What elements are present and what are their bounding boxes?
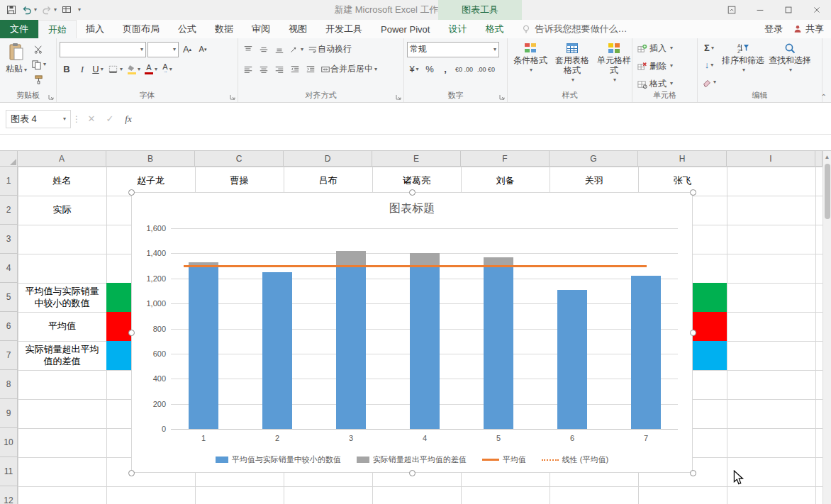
insert-cells-button[interactable]: 插入▾	[635, 40, 674, 56]
row-header-7[interactable]: 7	[0, 341, 18, 370]
chart[interactable]: 图表标题 平均值与实际销量中较小的数值实际销量超出平均值的差值平均值线性 (平均…	[131, 192, 693, 473]
minimize-button[interactable]	[746, 0, 774, 20]
legend-item[interactable]: 实际销量超出平均值的差值	[357, 454, 467, 465]
chart-legend[interactable]: 平均值与实际销量中较小的数值实际销量超出平均值的差值平均值线性 (平均值)	[132, 454, 692, 465]
scrollbar-thumb[interactable]	[825, 164, 830, 219]
row-header-8[interactable]: 8	[0, 370, 18, 399]
cell-styles-button[interactable]: 单元格样式▾	[594, 40, 634, 84]
cell-row1-H[interactable]: 张飞	[638, 167, 727, 196]
column-header-G[interactable]: G	[550, 151, 638, 167]
clear-button[interactable]: ▾	[701, 74, 718, 89]
row-header-6[interactable]: 6	[0, 312, 18, 341]
bar-series2[interactable]	[336, 251, 366, 266]
column-header-H[interactable]: H	[638, 151, 727, 167]
delete-cells-button[interactable]: 删除▾	[635, 58, 674, 74]
close-button[interactable]	[803, 0, 831, 20]
row-header-2[interactable]: 2	[0, 196, 18, 225]
cell-a5[interactable]: 平均值与实际销量中较小的数值	[18, 283, 106, 312]
name-box-splitter[interactable]: ⋮	[71, 114, 82, 124]
phonetic-guide-button[interactable]: Aˊˇ▾	[160, 62, 174, 77]
accounting-format-button[interactable]: ¥▾	[407, 62, 421, 77]
font-dialog-launcher[interactable]	[229, 94, 236, 101]
cell-row1-D[interactable]: 吕布	[284, 167, 372, 196]
cell-row1-F[interactable]: 刘备	[461, 167, 550, 196]
underline-button[interactable]: U▾	[91, 62, 105, 77]
align-middle-button[interactable]	[257, 42, 271, 57]
column-header-E[interactable]: E	[372, 151, 461, 167]
bar-series1[interactable]	[484, 266, 513, 429]
borders-button[interactable]: ▾	[106, 62, 124, 77]
bar-series1[interactable]	[189, 266, 218, 429]
sign-in-button[interactable]: 登录	[764, 23, 783, 35]
vertical-scrollbar[interactable]: ▲	[822, 151, 831, 504]
chart-selection-handle[interactable]	[128, 470, 135, 476]
customize-qat-button[interactable]: ▾	[77, 7, 81, 13]
increase-font-size-button[interactable]: A▴	[180, 42, 194, 57]
format-cells-button[interactable]: 格式▾	[635, 76, 674, 91]
format-painter-button[interactable]	[30, 72, 48, 87]
formula-input[interactable]	[142, 110, 825, 128]
row-header-1[interactable]: 1	[0, 167, 18, 196]
align-right-button[interactable]	[272, 62, 286, 77]
tab-insert[interactable]: 插入	[77, 20, 113, 38]
cell-a6[interactable]: 平均值	[18, 312, 106, 341]
merge-center-button[interactable]: 合并后居中▾	[319, 62, 379, 77]
comma-style-button[interactable]: ,	[438, 62, 452, 77]
tab-formulas[interactable]: 公式	[169, 20, 206, 38]
find-select-button[interactable]: 查找和选择▾	[767, 40, 813, 74]
alignment-dialog-launcher[interactable]	[395, 94, 402, 101]
chart-selection-handle[interactable]	[690, 330, 696, 336]
sort-filter-button[interactable]: AZ 排序和筛选▾	[720, 40, 766, 74]
conditional-formatting-button[interactable]: 条件格式▾	[511, 40, 550, 84]
number-dialog-launcher[interactable]	[498, 94, 506, 101]
chart-selection-handle[interactable]	[128, 189, 135, 196]
fill-button[interactable]: ↓▾	[701, 57, 718, 72]
ribbon-display-options-button[interactable]	[718, 0, 746, 20]
column-header-F[interactable]: F	[461, 151, 550, 167]
select-all-corner[interactable]	[0, 151, 18, 167]
row-header-3[interactable]: 3	[0, 225, 18, 254]
chart-title[interactable]: 图表标题	[132, 201, 692, 216]
fill-color-button[interactable]: ▾	[126, 62, 142, 77]
tab-design[interactable]: 设计	[439, 20, 476, 38]
cell-row1-C[interactable]: 曹操	[195, 167, 284, 196]
cancel-entry-button[interactable]: ✕	[82, 111, 101, 128]
font-name-select[interactable]: ▾	[60, 42, 146, 57]
undo-button[interactable]: ▾	[21, 4, 37, 16]
paste-button[interactable]: 粘贴▾	[3, 40, 30, 77]
bar-series1[interactable]	[262, 272, 292, 429]
chart-selection-handle[interactable]	[409, 470, 415, 476]
cell-a7[interactable]: 实际销量超出平均值的差值	[18, 341, 106, 370]
bold-button[interactable]: B	[60, 62, 74, 77]
chart-selection-handle[interactable]	[409, 189, 415, 196]
row-header-12[interactable]: 12	[0, 486, 18, 504]
share-button[interactable]: 共享	[793, 23, 824, 35]
legend-item[interactable]: 平均值	[482, 454, 526, 465]
copy-button[interactable]: ▾	[30, 57, 48, 72]
row-header-10[interactable]: 10	[0, 428, 18, 457]
column-header-C[interactable]: C	[195, 151, 284, 167]
increase-indent-button[interactable]	[303, 62, 318, 77]
tab-home[interactable]: 开始	[38, 20, 77, 38]
maximize-button[interactable]	[774, 0, 803, 20]
column-header-B[interactable]: B	[106, 151, 195, 167]
column-header-I[interactable]: I	[727, 151, 815, 167]
collapse-ribbon-button[interactable]: ⌃	[821, 93, 827, 101]
percent-style-button[interactable]: %	[423, 62, 437, 77]
orientation-button[interactable]: ▾	[288, 42, 305, 57]
bar-series1[interactable]	[557, 290, 587, 429]
decrease-indent-button[interactable]	[288, 62, 302, 77]
average-line-series[interactable]	[184, 265, 647, 267]
column-header-D[interactable]: D	[284, 151, 372, 167]
cell-row1-E[interactable]: 诸葛亮	[372, 167, 461, 196]
font-color-button[interactable]: A▾	[143, 62, 159, 77]
bar-series2[interactable]	[410, 253, 440, 266]
tab-view[interactable]: 视图	[279, 20, 316, 38]
font-size-select[interactable]: ▾	[147, 42, 179, 57]
bar-series1[interactable]	[631, 276, 661, 429]
tab-file[interactable]: 文件	[0, 20, 38, 38]
cut-button[interactable]	[30, 42, 48, 57]
wrap-text-button[interactable]: 自动换行	[306, 42, 353, 57]
column-header-A[interactable]: A	[18, 151, 106, 167]
format-as-table-button[interactable]: 套用表格格式▾	[552, 40, 593, 84]
